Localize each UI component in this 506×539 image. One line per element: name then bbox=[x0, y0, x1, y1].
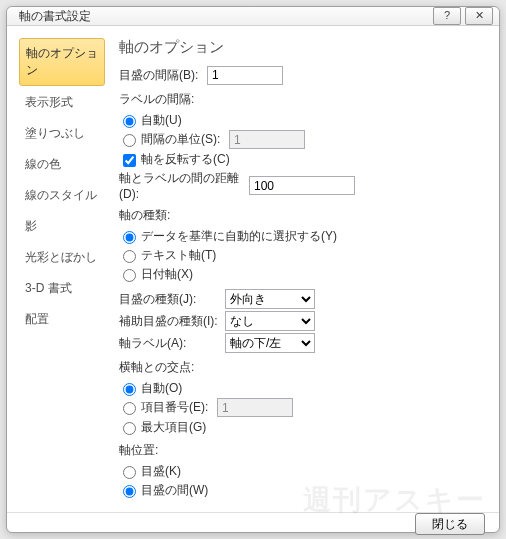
minor-tick-type-label: 補助目盛の種類(I): bbox=[119, 313, 225, 330]
major-interval-label: 目盛の間隔(B): bbox=[119, 67, 207, 84]
cross-max-text: 最大項目(G) bbox=[141, 419, 206, 436]
axis-type-text-radio[interactable] bbox=[123, 250, 136, 263]
tick-type-select[interactable]: 外向き bbox=[225, 289, 315, 309]
titlebar: 軸の書式設定 ? ✕ bbox=[7, 7, 499, 26]
cross-item-radio[interactable] bbox=[123, 402, 136, 415]
format-axis-dialog: 軸の書式設定 ? ✕ 軸のオプション 表示形式 塗りつぶし 線の色 線のスタイル… bbox=[6, 6, 500, 533]
tick-type-label: 目盛の種類(J): bbox=[119, 291, 225, 308]
axis-label-distance-label: 軸とラベルの間の距離(D): bbox=[119, 170, 249, 201]
label-interval-unit-text: 間隔の単位(S): bbox=[141, 131, 229, 148]
help-button[interactable]: ? bbox=[433, 7, 461, 25]
tab-line-color[interactable]: 線の色 bbox=[19, 150, 105, 179]
label-interval-label: ラベルの間隔: bbox=[119, 91, 194, 108]
axis-label-pos-select[interactable]: 軸の下/左 bbox=[225, 333, 315, 353]
axis-pos-between-radio[interactable] bbox=[123, 485, 136, 498]
tab-number-format[interactable]: 表示形式 bbox=[19, 88, 105, 117]
axis-type-auto-text: データを基準に自動的に選択する(Y) bbox=[141, 228, 337, 245]
axis-label-distance-input[interactable] bbox=[249, 176, 355, 195]
cross-auto-radio[interactable] bbox=[123, 383, 136, 396]
cross-auto-text: 自動(O) bbox=[141, 380, 182, 397]
axis-type-date-text: 日付軸(X) bbox=[141, 266, 193, 283]
axis-label-pos-label: 軸ラベル(A): bbox=[119, 335, 225, 352]
cross-label: 横軸との交点: bbox=[119, 359, 194, 376]
cross-max-radio[interactable] bbox=[123, 422, 136, 435]
axis-type-auto-radio[interactable] bbox=[123, 231, 136, 244]
cross-item-input[interactable] bbox=[217, 398, 293, 417]
axis-pos-tick-text: 目盛(K) bbox=[141, 463, 181, 480]
tab-shadow[interactable]: 影 bbox=[19, 212, 105, 241]
tab-glow[interactable]: 光彩とぼかし bbox=[19, 243, 105, 272]
axis-pos-tick-radio[interactable] bbox=[123, 466, 136, 479]
minor-tick-type-select[interactable]: なし bbox=[225, 311, 315, 331]
panel-heading: 軸のオプション bbox=[119, 38, 483, 57]
major-interval-input[interactable] bbox=[207, 66, 283, 85]
tab-3d-format[interactable]: 3-D 書式 bbox=[19, 274, 105, 303]
axis-type-date-radio[interactable] bbox=[123, 269, 136, 282]
label-interval-auto-text: 自動(U) bbox=[141, 112, 182, 129]
reverse-axis-text: 軸を反転する(C) bbox=[141, 151, 230, 168]
axis-pos-label: 軸位置: bbox=[119, 442, 158, 459]
dialog-content: 軸のオプション 表示形式 塗りつぶし 線の色 線のスタイル 影 光彩とぼかし 3… bbox=[7, 26, 499, 512]
label-interval-auto-radio[interactable] bbox=[123, 115, 136, 128]
dialog-footer: 閉じる bbox=[7, 512, 499, 535]
options-panel: 軸のオプション 目盛の間隔(B): ラベルの間隔: 自動(U) 間隔の単位(S)… bbox=[111, 38, 487, 500]
category-tabs: 軸のオプション 表示形式 塗りつぶし 線の色 線のスタイル 影 光彩とぼかし 3… bbox=[19, 38, 105, 500]
axis-type-text-text: テキスト軸(T) bbox=[141, 247, 216, 264]
tab-fill[interactable]: 塗りつぶし bbox=[19, 119, 105, 148]
close-button[interactable]: ✕ bbox=[465, 7, 493, 25]
label-interval-unit-input[interactable] bbox=[229, 130, 305, 149]
tab-line-style[interactable]: 線のスタイル bbox=[19, 181, 105, 210]
axis-type-label: 軸の種類: bbox=[119, 207, 170, 224]
cross-item-text: 項目番号(E): bbox=[141, 399, 217, 416]
reverse-axis-checkbox[interactable] bbox=[123, 154, 136, 167]
label-interval-unit-radio[interactable] bbox=[123, 134, 136, 147]
close-dialog-button[interactable]: 閉じる bbox=[415, 513, 485, 535]
tab-alignment[interactable]: 配置 bbox=[19, 305, 105, 334]
axis-pos-between-text: 目盛の間(W) bbox=[141, 482, 208, 499]
dialog-title: 軸の書式設定 bbox=[19, 8, 429, 25]
tab-axis-options[interactable]: 軸のオプション bbox=[19, 38, 105, 86]
